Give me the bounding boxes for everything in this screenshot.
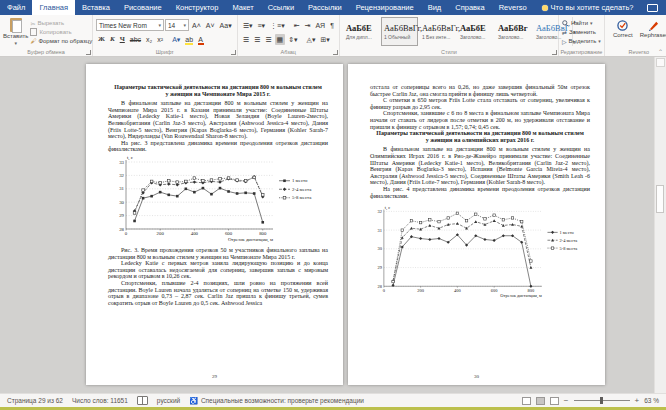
tab-вид[interactable]: Вид — [421, 0, 449, 15]
svg-text:31: 31 — [119, 186, 124, 191]
font-size-combo[interactable]: 14▾ — [165, 19, 189, 31]
scrollbar-thumb[interactable] — [656, 185, 664, 213]
paste-label: Вставить — [3, 33, 28, 39]
format-painter-button[interactable]: 🖌Формат по образцу — [30, 37, 92, 45]
style-card-2[interactable]: АаБбВвГг,1 Без инте... — [419, 17, 456, 46]
web-layout-button[interactable] — [550, 397, 559, 405]
zoom-slider-thumb[interactable] — [600, 397, 603, 404]
justify-button[interactable]: ▦ — [275, 34, 286, 45]
multilevel-list-button[interactable]: ⋮≡▾ — [268, 20, 287, 31]
bold-button[interactable]: Ж — [96, 34, 107, 45]
style-card-1[interactable]: АаБбВвГг,1 Обычный — [381, 17, 418, 46]
shading-button[interactable]: ◬▾ — [305, 34, 318, 45]
subscript-button[interactable]: x₂ — [144, 34, 154, 45]
tab-вставка[interactable]: Вставка — [75, 0, 117, 15]
borders-button[interactable]: ⊞▾ — [318, 34, 331, 45]
paragraph: В финальном заплыве на дистанции 800 м в… — [108, 100, 328, 140]
accessibility-checker[interactable]: ♿ Специальные возможности: проверьте рек… — [189, 397, 364, 405]
select-button[interactable]: ▷Выделить▾ — [562, 37, 601, 45]
zoom-out-button[interactable]: − — [564, 396, 569, 405]
tab-справка[interactable]: Справка — [448, 0, 491, 15]
chevron-down-icon: ▾ — [158, 22, 161, 28]
scrollbar-top-button[interactable] — [656, 58, 665, 67]
italic-button[interactable]: К — [108, 34, 117, 45]
read-mode-button[interactable] — [522, 397, 531, 405]
proofing-icon[interactable] — [137, 396, 148, 405]
paragraph: С отметки в 650 метров Friis Lotte стала… — [370, 97, 590, 110]
highlight-color-button[interactable]: ab — [183, 34, 195, 45]
document-page-29[interactable]: Параметры тактической деятельности на ди… — [86, 64, 343, 385]
style-card-3[interactable]: АаБбЕЗаголово... — [457, 17, 494, 46]
font-color-button[interactable]: А — [196, 34, 206, 45]
dialog-launcher-icon[interactable] — [552, 50, 557, 55]
shrink-font-button[interactable]: А˅ — [204, 20, 217, 31]
paste-icon — [10, 18, 22, 32]
svg-text:0: 0 — [383, 288, 386, 293]
check-circle-icon — [617, 20, 628, 31]
strikethrough-button[interactable]: abc — [128, 34, 143, 45]
style-name: 1 Без инте... — [422, 34, 451, 40]
line-spacing-button[interactable]: ⇕▾ — [286, 34, 299, 45]
bullets-button[interactable]: ☰▾ — [241, 20, 255, 31]
tab-главная[interactable]: Главная — [32, 0, 75, 15]
zoom-slider[interactable] — [574, 400, 630, 401]
select-cursor-icon: ▷ — [562, 38, 567, 45]
vertical-scrollbar[interactable] — [654, 57, 666, 393]
group-label-clipboard: Буфер обмена — [0, 49, 92, 55]
tab-ссылки[interactable]: Ссылки — [261, 0, 301, 15]
dialog-launcher-icon[interactable] — [231, 50, 236, 55]
embedded-chart[interactable]: 2829303132330200400600800t, сОтрезок дис… — [111, 155, 325, 245]
style-card-4[interactable]: АаБбВгЗаголово... — [495, 17, 532, 46]
tab-рисование[interactable]: Рисование — [117, 0, 169, 15]
collapse-ribbon-icon[interactable]: ⌃ — [658, 48, 663, 55]
numbering-button[interactable]: ≡▾ — [255, 20, 267, 31]
tab-рассылки[interactable]: Рассылки — [301, 0, 349, 15]
dialog-launcher-icon[interactable] — [333, 50, 338, 55]
svg-text:2-4 места: 2-4 места — [559, 238, 577, 243]
word-count[interactable]: Число слов: 11651 — [72, 397, 128, 404]
increase-indent-button[interactable]: ⇥ — [303, 20, 313, 31]
superscript-button[interactable]: x² — [155, 34, 165, 45]
embedded-chart[interactable]: 28293031320200400600800t, сОтрезок диста… — [370, 201, 590, 305]
tab-рецензирование[interactable]: Рецензирование — [349, 0, 421, 15]
svg-text:29: 29 — [378, 265, 383, 270]
font-color-swatch — [198, 43, 204, 45]
zoom-level[interactable]: 63 % — [644, 397, 659, 404]
sort-button[interactable]: АЯ — [313, 20, 327, 31]
replace-button[interactable]: ⇄Заменить — [562, 28, 601, 36]
chevron-down-icon: ▾ — [14, 40, 17, 46]
tab-reverso[interactable]: Reverso — [492, 0, 534, 15]
find-button[interactable]: Найти▾ — [562, 19, 601, 27]
align-left-button[interactable]: ☰ — [241, 34, 251, 45]
page-indicator[interactable]: Страница 29 из 62 — [7, 397, 63, 404]
tell-me-assistant[interactable]: Что вы хотите сделать? — [542, 0, 634, 15]
font-name-combo[interactable]: Times New Rom▾ — [96, 19, 164, 31]
reverso-rephraser-button[interactable]: Rephraser — [640, 19, 666, 38]
grow-font-button[interactable]: А˄ — [190, 20, 203, 31]
document-page-30[interactable]: отстала от соперницы всего на 0,26, но д… — [348, 64, 605, 385]
decrease-indent-button[interactable]: ⇤ — [292, 20, 302, 31]
style-card-0[interactable]: АаБбЕДля дипл... — [343, 17, 380, 46]
text-effects-button[interactable]: А▾ — [170, 34, 182, 45]
align-right-button[interactable]: ☰ — [263, 34, 273, 45]
dialog-launcher-icon[interactable] — [86, 50, 91, 55]
tab-конструктор[interactable]: Конструктор — [169, 0, 226, 15]
language-indicator[interactable]: русский — [157, 397, 180, 404]
tab-макет[interactable]: Макет — [225, 0, 260, 15]
copy-button[interactable]: Копировать — [30, 28, 92, 36]
tab-файл[interactable]: Файл — [0, 0, 32, 15]
paragraph: отстала от соперницы всего на 0,26, но д… — [370, 84, 590, 97]
change-case-button[interactable]: Аа▾ — [218, 20, 234, 31]
zoom-in-button[interactable]: + — [635, 396, 640, 405]
cut-button[interactable]: ✂Вырезать — [30, 19, 92, 27]
accessibility-icon: ♿ — [189, 397, 198, 405]
print-layout-button[interactable] — [536, 397, 545, 405]
underline-button[interactable]: Ч — [118, 34, 127, 45]
feedback-button[interactable] — [647, 4, 658, 12]
svg-text:400: 400 — [191, 231, 199, 236]
show-marks-button[interactable]: ¶ — [328, 20, 336, 31]
reverso-correct-button[interactable]: Correct — [610, 19, 636, 38]
paragraph: Ledecky Katie с первых метров заняла лид… — [108, 260, 328, 280]
paste-button[interactable]: Вставить ▾ — [3, 17, 28, 46]
align-center-button[interactable]: ☰ — [252, 34, 262, 45]
